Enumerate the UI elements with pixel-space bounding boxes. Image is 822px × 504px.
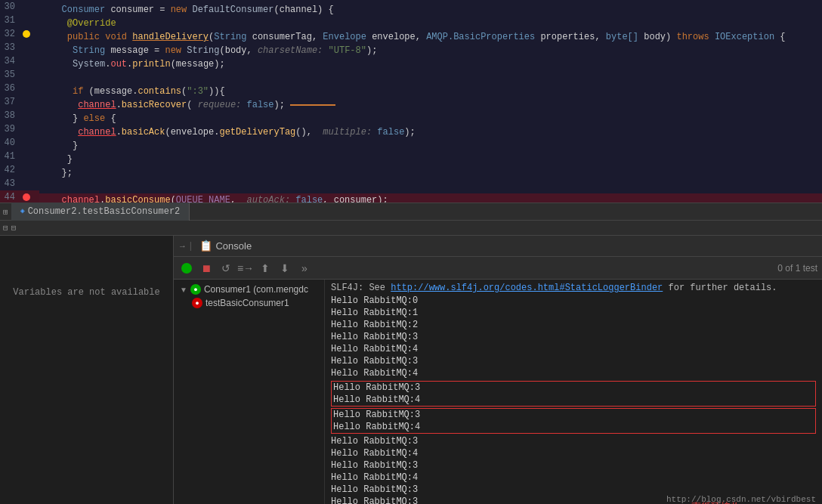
code-line-37: channel.basicRecover( requeue: false); xyxy=(39,98,822,112)
line-number: 37 xyxy=(0,95,21,109)
code-line-35 xyxy=(39,71,822,85)
filter-button[interactable]: ≡→ xyxy=(237,260,254,277)
slf4j-suffix: for further details. xyxy=(663,283,777,293)
boxed-group-2: Hello RabbitMQ:3 Hello RabbitMQ:4 xyxy=(331,408,816,434)
line-number: 34 xyxy=(0,54,21,68)
output-line: Hello RabbitMQ:3 xyxy=(331,331,816,343)
line-number: 36 xyxy=(0,82,21,95)
line-number: 41 xyxy=(0,150,21,163)
line-number: 39 xyxy=(0,122,21,136)
code-line-44: channel.basicConsume(QUEUE_NAME, autoAck… xyxy=(39,193,822,203)
output-line: Hello RabbitMQ:4 xyxy=(331,367,816,379)
code-line-41: } xyxy=(39,153,822,166)
code-line-36: if (message.contains(":3")){ xyxy=(39,85,822,98)
code-line-40: } xyxy=(39,139,822,153)
output-line: Hello RabbitMQ:4 xyxy=(331,447,816,459)
line-number: 38 xyxy=(0,109,21,122)
gutter xyxy=(21,150,35,163)
tree-child[interactable]: ● testBasicConsumer1 xyxy=(174,296,324,310)
gutter-breakpoint[interactable] xyxy=(21,27,35,41)
output-line: Hello RabbitMQ:3 xyxy=(331,484,816,496)
output-line: Hello RabbitMQ:3 xyxy=(331,459,816,472)
console-toolbar: ⏹ ↺ ≡→ ⬆ ⬇ » 0 of 1 test xyxy=(174,257,822,280)
gutter xyxy=(21,163,35,177)
code-line-32: public void handleDelivery(String consum… xyxy=(39,30,822,44)
console-arrow: → xyxy=(180,242,185,251)
tree-status-icon: ● xyxy=(190,284,201,295)
gutter xyxy=(21,136,35,150)
code-line-34: System.out.println(message); xyxy=(39,57,822,71)
output-line: Hello RabbitMQ:4 xyxy=(331,343,816,355)
line-number: 32 xyxy=(0,27,21,41)
line-number: 44 xyxy=(0,190,21,203)
variables-not-available: Variables are not available xyxy=(6,287,167,298)
console-panel: → | 📋 Console ⏹ ↺ ≡→ ⬆ ⬇ » 0 of 1 test xyxy=(174,236,822,504)
watermark: http://blog.csdn.net/vbirdbest xyxy=(666,495,816,504)
output-line: Hello RabbitMQ:3 xyxy=(331,435,816,447)
console-header: → | 📋 Console xyxy=(174,236,822,257)
line-number: 30 xyxy=(0,0,21,14)
bottom-panel: Variables are not available → | 📋 Consol… xyxy=(0,236,822,504)
output-line: Hello RabbitMQ:3 xyxy=(331,355,816,367)
gutter xyxy=(21,109,35,122)
line-number: 43 xyxy=(0,177,21,190)
gutter xyxy=(21,122,35,136)
code-line-30: Consumer consumer = new DefaultConsumer(… xyxy=(39,3,822,17)
gutter-breakpoint-active[interactable] xyxy=(21,190,35,203)
tree-root-label: Consumer1 (com.mengdc xyxy=(204,284,308,295)
test-tree: ▼ ● Consumer1 (com.mengdc ● testBasicCon… xyxy=(174,280,325,504)
slf4j-warning: SLF4J: See http://www.slf4j.org/codes.ht… xyxy=(331,283,816,293)
line-number: 33 xyxy=(0,41,21,54)
code-line-33: String message = new String(body, charse… xyxy=(39,44,822,57)
boxed-line: Hello RabbitMQ:4 xyxy=(332,394,815,406)
line-number: 35 xyxy=(0,68,21,82)
test-count: 0 of 1 test xyxy=(777,263,817,274)
line-number: 42 xyxy=(0,163,21,177)
code-line-31: @Override xyxy=(39,17,822,30)
output-line: Hello RabbitMQ:1 xyxy=(331,307,816,319)
slf4j-prefix: SLF4J: See xyxy=(331,283,391,293)
slf4j-link[interactable]: http://www.slf4j.org/codes.html#StaticLo… xyxy=(391,283,663,293)
more-button[interactable]: » xyxy=(296,260,313,277)
stop-button[interactable]: ⏹ xyxy=(198,260,215,277)
output-line: Hello RabbitMQ:4 xyxy=(331,472,816,484)
ok-button[interactable] xyxy=(178,260,195,277)
code-line-42: }; xyxy=(39,166,822,180)
tab-icon: ◈ xyxy=(20,204,25,219)
tree-expand-icon: ▼ xyxy=(180,286,187,294)
boxed-line: Hello RabbitMQ:3 xyxy=(332,382,815,394)
tree-child-status-icon: ● xyxy=(192,298,202,308)
gutter xyxy=(21,82,35,95)
output-line: Hello RabbitMQ:0 xyxy=(331,295,816,307)
tab-label: Consumer2.testBasicConsumer2 xyxy=(28,204,181,219)
console-title: Console xyxy=(215,240,252,252)
boxed-group-1: Hello RabbitMQ:3 Hello RabbitMQ:4 xyxy=(331,381,816,407)
boxed-line: Hello RabbitMQ:4 xyxy=(332,421,815,433)
gutter xyxy=(21,95,35,109)
line-number: 31 xyxy=(0,14,21,27)
variables-panel: Variables are not available xyxy=(0,236,174,504)
tab-bar: ⊞ ◈ Consumer2.testBasicConsumer2 xyxy=(0,203,822,221)
scroll-bottom-button[interactable]: ⬇ xyxy=(277,260,293,277)
code-line-39: channel.basicAck(envelope.getDeliveryTag… xyxy=(39,125,822,139)
line-number: 40 xyxy=(0,136,21,150)
code-line-38: } else { xyxy=(39,112,822,125)
gutter xyxy=(21,14,35,27)
tree-child-label: testBasicConsumer1 xyxy=(206,298,289,308)
editor-tab[interactable]: ◈ Consumer2.testBasicConsumer2 xyxy=(11,203,190,221)
scroll-top-button[interactable]: ⬆ xyxy=(257,260,273,277)
gutter xyxy=(21,54,35,68)
boxed-line: Hello RabbitMQ:3 xyxy=(332,409,815,421)
gutter xyxy=(21,177,35,190)
output-panel: SLF4J: See http://www.slf4j.org/codes.ht… xyxy=(325,280,822,504)
rerun-button[interactable]: ↺ xyxy=(218,260,234,277)
tree-root[interactable]: ▼ ● Consumer1 (com.mengdc xyxy=(174,283,324,296)
console-content: ▼ ● Consumer1 (com.mengdc ● testBasicCon… xyxy=(174,280,822,504)
code-line-43 xyxy=(39,180,822,193)
code-editor: 30 31 32 33 34 35 xyxy=(0,0,822,203)
gutter xyxy=(21,0,35,14)
output-line: Hello RabbitMQ:2 xyxy=(331,319,816,331)
gutter xyxy=(21,68,35,82)
gutter xyxy=(21,41,35,54)
